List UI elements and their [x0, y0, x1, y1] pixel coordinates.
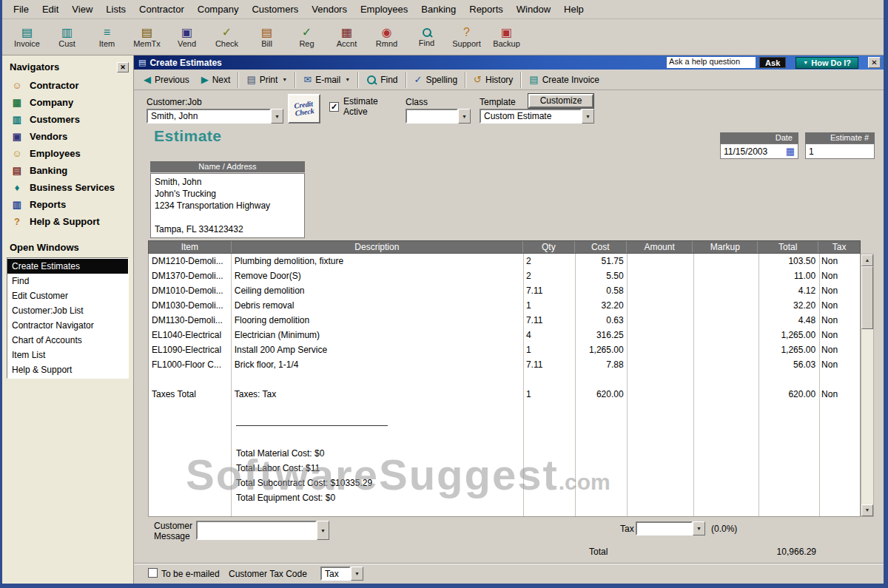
sidebar-close-button[interactable]: ✕: [117, 62, 129, 72]
menu-item-help[interactable]: Help: [557, 1, 591, 18]
open-window-item-list[interactable]: Item List: [7, 348, 128, 362]
table-row[interactable]: DM1130-Demoli...Flooring demolition7.110…: [149, 313, 860, 328]
toolbar-button-invoice[interactable]: ▤Invoice: [10, 21, 44, 53]
to-be-emailed-checkbox[interactable]: [148, 568, 158, 578]
table-row[interactable]: [149, 372, 860, 387]
estimate-toolbar-button-find[interactable]: Find: [360, 71, 403, 89]
toolbar-button-backup[interactable]: ▣Backup: [489, 21, 524, 53]
open-window-create-estimates[interactable]: Create Estimates: [7, 259, 128, 274]
menu-item-banking[interactable]: Banking: [414, 1, 462, 18]
table-row[interactable]: DM1010-Demoli...Ceiling demolition7.110.…: [149, 283, 860, 298]
sidebar-item-customers[interactable]: ▥Customers: [11, 111, 133, 128]
template-combo[interactable]: Custom Estimate ▼: [480, 109, 594, 124]
open-window-help-support[interactable]: Help & Support: [7, 362, 128, 377]
estimate-toolbar-button-spelling[interactable]: ✓Spelling: [408, 71, 464, 89]
toolbar-button-bill[interactable]: ▤Bill: [249, 21, 284, 53]
ask-button[interactable]: Ask: [759, 57, 786, 68]
table-row[interactable]: DM1030-Demoli...Debris removal132.2032.2…: [149, 298, 860, 313]
open-window-contractor-navigator[interactable]: Contractor Navigator: [7, 318, 128, 333]
customer-tax-code-combo[interactable]: Tax ▼: [320, 567, 363, 581]
tax-dropdown-button[interactable]: ▼: [693, 521, 705, 535]
sidebar-item-help-support[interactable]: ?Help & Support: [11, 213, 133, 230]
tax-combo[interactable]: ▼: [636, 521, 705, 535]
customer-message-combo[interactable]: ▼: [196, 521, 329, 540]
customer-job-value[interactable]: Smith, John: [147, 109, 271, 124]
estimate-toolbar-button-history[interactable]: ↺History: [468, 71, 519, 89]
template-dropdown-button[interactable]: ▼: [582, 109, 594, 124]
menu-item-customers[interactable]: Customers: [245, 1, 305, 18]
customer-job-combo[interactable]: Smith, John ▼: [147, 109, 283, 124]
table-row[interactable]: EL1090-ElectricalInstall 200 Amp Service…: [149, 342, 860, 357]
sidebar-item-business-services[interactable]: ♦Business Services: [11, 179, 133, 196]
toolbar-button-item[interactable]: ≡Item: [90, 21, 124, 53]
customer-tax-code-value[interactable]: Tax: [320, 567, 351, 581]
menu-item-view[interactable]: View: [65, 1, 99, 18]
table-row[interactable]: DM1370-Demoli...Remove Door(S)25.5011.00…: [149, 268, 860, 283]
class-dropdown-button[interactable]: ▼: [458, 109, 471, 124]
scrollbar-thumb[interactable]: [861, 266, 873, 329]
estimate-toolbar-button-create-invoice[interactable]: ▤Create Invoice: [523, 71, 605, 89]
estimate-toolbar-button-e-mail[interactable]: ✉E-mail▼: [297, 71, 356, 89]
menu-item-lists[interactable]: Lists: [99, 1, 132, 18]
help-question-input[interactable]: Ask a help question: [667, 57, 756, 68]
open-window-customer-job-list[interactable]: Customer:Job List: [7, 303, 128, 318]
table-row[interactable]: FL1000-Floor C...Brick floor, 1-1/47.117…: [149, 357, 860, 372]
toolbar-button-rmnd[interactable]: ◉Rmnd: [369, 21, 404, 53]
toolbar-button-find[interactable]: Find: [409, 21, 444, 53]
open-window-edit-customer[interactable]: Edit Customer: [7, 288, 128, 303]
spelling-icon: ✓: [414, 74, 423, 85]
chevron-down-icon[interactable]: ▼: [282, 77, 287, 82]
calendar-icon[interactable]: ▦: [786, 146, 795, 157]
credit-check-button[interactable]: Credit Check: [288, 94, 320, 124]
table-row[interactable]: DM1210-Demoli...Plumbing demolition, fix…: [149, 254, 860, 268]
toolbar-button-cust[interactable]: ▥Cust: [50, 21, 84, 53]
sidebar-item-company[interactable]: ▦Company: [11, 94, 133, 111]
toolbar-button-reg[interactable]: ✓Reg: [289, 21, 324, 53]
estimate-toolbar-button-next[interactable]: ▶Next: [195, 71, 237, 89]
open-window-chart-of-accounts[interactable]: Chart of Accounts: [7, 333, 128, 348]
table-scrollbar[interactable]: ▲ ▼: [861, 254, 874, 517]
close-window-button[interactable]: ✕: [868, 57, 881, 68]
name-address-box[interactable]: Smith, JohnJohn's Trucking1234 Transport…: [150, 173, 305, 238]
menu-item-company[interactable]: Company: [191, 1, 246, 18]
sidebar-item-employees[interactable]: ☺Employees: [11, 145, 133, 162]
sidebar-item-banking[interactable]: ▤Banking: [11, 162, 133, 179]
customer-message-value[interactable]: [196, 521, 317, 540]
menu-item-employees[interactable]: Employees: [354, 1, 414, 18]
tax-value[interactable]: [636, 521, 693, 535]
scroll-up-button[interactable]: ▲: [861, 254, 873, 266]
menu-item-file[interactable]: File: [7, 1, 36, 18]
table-row[interactable]: Taxes TotalTaxes: Tax1620.00620.00Non: [149, 387, 860, 402]
sidebar-item-reports[interactable]: ▥Reports: [11, 196, 133, 213]
sidebar-item-vendors[interactable]: ▣Vendors: [11, 128, 133, 145]
toolbar-button-accnt[interactable]: ▦Accnt: [329, 21, 364, 53]
estimate-toolbar-button-previous[interactable]: ◀Previous: [138, 71, 195, 89]
class-combo[interactable]: ▼: [406, 109, 471, 124]
menu-item-edit[interactable]: Edit: [36, 1, 65, 18]
estimate-active-checkbox[interactable]: ✓: [329, 102, 339, 112]
menu-item-contractor[interactable]: Contractor: [132, 1, 191, 18]
sidebar-item-contractor[interactable]: ☺Contractor: [11, 77, 133, 94]
customer-message-dropdown-button[interactable]: ▼: [317, 521, 329, 540]
toolbar-button-vend[interactable]: ▣Vend: [169, 21, 204, 53]
customize-button[interactable]: Customize: [528, 94, 593, 108]
estimate-toolbar-button-print[interactable]: ▤Print▼: [240, 71, 293, 89]
menu-item-reports[interactable]: Reports: [462, 1, 510, 18]
open-window-find[interactable]: Find: [7, 274, 128, 288]
date-field[interactable]: 11/15/2003 ▦: [720, 143, 798, 159]
customer-job-dropdown-button[interactable]: ▼: [271, 109, 283, 124]
toolbar-button-support[interactable]: ?Support: [449, 21, 484, 53]
estimate-number-field[interactable]: 1: [805, 143, 875, 159]
scroll-down-button[interactable]: ▼: [861, 504, 873, 516]
menu-item-vendors[interactable]: Vendors: [305, 1, 354, 18]
class-value[interactable]: [406, 109, 458, 124]
menu-item-window[interactable]: Window: [510, 1, 557, 18]
toolbar-button-check[interactable]: ✓Check: [209, 21, 244, 53]
toolbar-button-memtx[interactable]: ▤MemTx: [130, 21, 164, 53]
chevron-down-icon[interactable]: ▼: [345, 77, 350, 82]
how-do-i-button[interactable]: ▼ How Do I?: [796, 57, 858, 69]
employees-icon: ☺: [11, 148, 23, 159]
customer-tax-code-dropdown-button[interactable]: ▼: [351, 567, 363, 581]
table-row[interactable]: EL1040-ElectricalElectrician (Minimum)43…: [149, 328, 860, 342]
template-value[interactable]: Custom Estimate: [480, 109, 582, 124]
